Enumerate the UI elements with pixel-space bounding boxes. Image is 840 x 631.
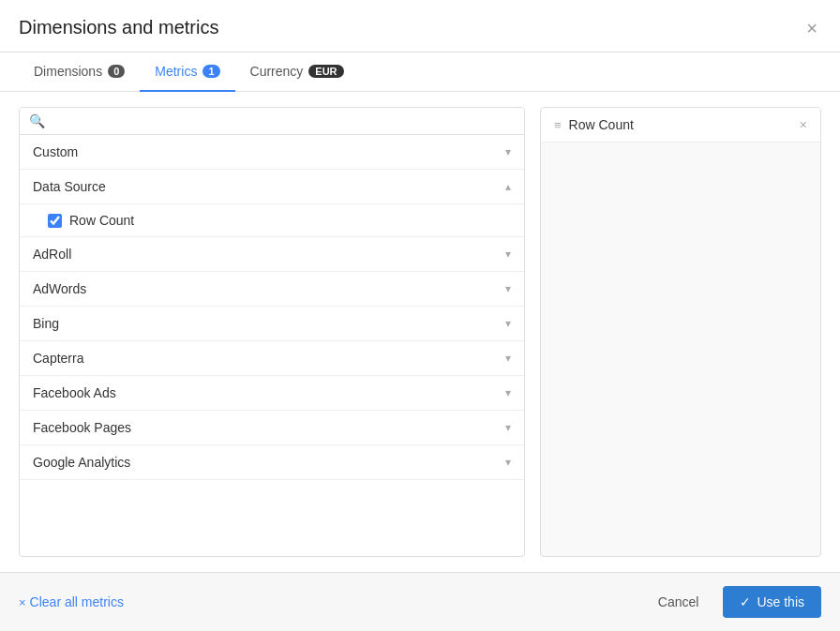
tab-bar: Dimensions 0 Metrics 1 Currency EUR	[0, 53, 840, 92]
category-facebook-ads-label: Facebook Ads	[33, 385, 116, 400]
row-count-label: Row Count	[69, 213, 134, 228]
remove-row-count-button[interactable]: ×	[800, 118, 807, 131]
footer-left: × Clear all metrics	[19, 594, 634, 609]
modal-title: Dimensions and metrics	[19, 17, 218, 38]
dimensions-metrics-modal: Dimensions and metrics × Dimensions 0 Me…	[0, 0, 840, 631]
search-bar: 🔍	[20, 108, 524, 135]
category-custom-label: Custom	[33, 144, 78, 159]
checkbox-row-count[interactable]	[48, 214, 62, 228]
drag-handle-icon: ≡	[554, 118, 562, 132]
chevron-down-icon: ▾	[505, 456, 511, 469]
tab-dimensions-label: Dimensions	[34, 64, 102, 79]
left-panel: 🔍 Custom ▾ Data Source ▴ Row Coun	[19, 107, 525, 557]
chevron-down-icon: ▾	[505, 421, 511, 434]
category-capterra-label: Capterra	[33, 351, 83, 366]
tab-dimensions-badge: 0	[108, 65, 125, 78]
tab-currency-label: Currency	[250, 64, 304, 79]
chevron-down-icon: ▾	[505, 282, 511, 295]
category-adwords[interactable]: AdWords ▾	[20, 272, 524, 307]
chevron-down-icon: ▾	[505, 248, 511, 261]
clear-all-metrics-label: Clear all metrics	[30, 594, 124, 609]
category-adroll-label: AdRoll	[33, 247, 71, 262]
clear-all-metrics-button[interactable]: × Clear all metrics	[19, 594, 124, 609]
search-icon: 🔍	[29, 113, 45, 128]
tab-dimensions[interactable]: Dimensions 0	[19, 53, 140, 92]
chevron-up-icon: ▴	[505, 180, 511, 193]
modal-body: 🔍 Custom ▾ Data Source ▴ Row Coun	[0, 92, 840, 572]
use-this-button[interactable]: ✓ Use this	[723, 586, 821, 618]
tab-currency[interactable]: Currency EUR	[235, 53, 359, 92]
category-adwords-label: AdWords	[33, 281, 86, 296]
modal-footer: × Clear all metrics Cancel ✓ Use this	[0, 572, 840, 631]
cancel-button[interactable]: Cancel	[645, 587, 712, 617]
list-item-row-count: Row Count	[20, 204, 524, 237]
category-bing-label: Bing	[33, 316, 59, 331]
category-facebook-pages-label: Facebook Pages	[33, 420, 131, 435]
modal-header: Dimensions and metrics ×	[0, 0, 840, 53]
tab-metrics-badge: 1	[202, 65, 219, 78]
category-data-source-label: Data Source	[33, 179, 106, 194]
category-adroll[interactable]: AdRoll ▾	[20, 237, 524, 272]
category-facebook-ads[interactable]: Facebook Ads ▾	[20, 376, 524, 411]
search-input[interactable]	[52, 113, 515, 128]
category-google-analytics-label: Google Analytics	[33, 455, 130, 470]
category-capterra[interactable]: Capterra ▾	[20, 341, 524, 376]
right-panel: ≡ Row Count ×	[540, 107, 821, 557]
chevron-down-icon: ▾	[505, 145, 511, 158]
check-icon: ✓	[740, 594, 751, 609]
tab-metrics-label: Metrics	[155, 64, 197, 79]
chevron-down-icon: ▾	[505, 386, 511, 399]
category-custom[interactable]: Custom ▾	[20, 135, 524, 170]
tab-metrics[interactable]: Metrics 1	[140, 53, 234, 92]
chevron-down-icon: ▾	[505, 317, 511, 330]
close-button[interactable]: ×	[802, 19, 821, 38]
category-facebook-pages[interactable]: Facebook Pages ▾	[20, 411, 524, 445]
use-this-label: Use this	[757, 594, 804, 609]
clear-x-icon: ×	[19, 595, 26, 609]
category-data-source[interactable]: Data Source ▴	[20, 170, 524, 204]
category-list: Custom ▾ Data Source ▴ Row Count AdRoll …	[20, 135, 524, 556]
chevron-down-icon: ▾	[505, 352, 511, 365]
category-google-analytics[interactable]: Google Analytics ▾	[20, 445, 524, 480]
selected-metric-row-count: ≡ Row Count ×	[541, 108, 820, 143]
tab-currency-badge: EUR	[308, 65, 343, 78]
selected-metric-label: Row Count	[569, 117, 634, 132]
category-bing[interactable]: Bing ▾	[20, 307, 524, 341]
